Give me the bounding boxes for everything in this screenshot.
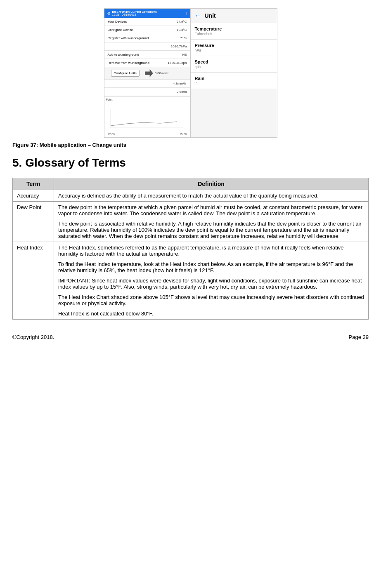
definition-heat-index: The Heat Index, sometimes referred to as… <box>54 242 369 320</box>
figure-caption: Figure 37: Mobile application – Change u… <box>12 142 369 148</box>
menu-value: 19.3°C <box>177 28 187 32</box>
phone-left-header: ⚙ IU5E7FU410: Current Conditions 15:33 0… <box>104 9 190 18</box>
section-heading: 5. Glossary of Terms <box>12 156 369 169</box>
menu-label: Remove from wunderground <box>108 61 149 65</box>
definition-heat-index-p3: IMPORTANT: Since heat index values were … <box>58 278 364 290</box>
chart-x-label-start: 12:00 <box>108 133 115 136</box>
phone-right: ← Unit Temperature Fahrenheit Pressure h… <box>191 9 277 137</box>
definition-heat-index-p1: The Heat Index, sometimes referred to as… <box>58 245 364 257</box>
phone-left: ⚙ IU5E7FU410: Current Conditions 15:33 0… <box>104 9 191 137</box>
menu-item-your-devices[interactable]: Your Devices 24.9°C <box>104 18 190 26</box>
back-arrow-icon[interactable]: ← <box>195 12 201 19</box>
term-heat-index: Heat Index <box>13 242 54 320</box>
definition-heat-index-p4: The Heat Index Chart shaded zone above 1… <box>58 294 364 306</box>
setting-speed[interactable]: Speed kph <box>191 56 277 73</box>
table-header-definition: Definition <box>54 178 369 190</box>
gear-icon: ⚙ <box>107 11 111 16</box>
chart-area: Point 12:00 15:00 <box>104 96 190 137</box>
menu-label: Register with wunderground <box>108 36 149 40</box>
chart-x-label-end: 15:00 <box>180 133 187 136</box>
table-row: Heat Index The Heat Index, sometimes ref… <box>13 242 369 320</box>
screenshot-container: ⚙ IU5E7FU410: Current Conditions 15:33 0… <box>104 8 277 138</box>
arrow-right-icon <box>145 69 153 78</box>
table-row: Dew Point The dew point is the temperatu… <box>13 202 369 242</box>
menu-item-rain: 0.8mm <box>104 88 190 96</box>
definition-accuracy-p1: Accuracy is defined as the ability of a … <box>58 193 364 199</box>
menu-label: Configure Device <box>108 28 133 32</box>
unit-title: Unit <box>205 12 216 19</box>
configure-units-button[interactable]: Configure Units <box>111 70 140 77</box>
setting-temperature[interactable]: Temperature Fahrenheit <box>191 23 277 40</box>
section-number: 5. <box>12 156 22 169</box>
definition-dewpoint-p2: The dew point is associated with relativ… <box>58 221 364 239</box>
header-title-area: ⚙ IU5E7FU410: Current Conditions 15:33 0… <box>107 10 157 16</box>
setting-value: kph <box>195 65 273 69</box>
definition-heat-index-p2: To find the Heat Index temperature, look… <box>58 261 364 273</box>
setting-value: Fahrenheit <box>195 32 273 36</box>
definition-accuracy: Accuracy is defined as the ability of a … <box>54 190 369 202</box>
configure-units-row[interactable]: Configure Units 0.00w/m² <box>104 67 190 80</box>
chart-y-label: Point <box>106 98 189 101</box>
menu-value: NE <box>182 53 187 56</box>
menu-value: 1010.7hPa <box>171 45 187 48</box>
definition-dewpoint: The dew point is the temperature at whic… <box>54 202 369 242</box>
footer: ©Copyright 2018. Page 29 <box>12 332 369 340</box>
unit-header: ← Unit <box>191 9 277 23</box>
menu-value: 4.8mm/hr <box>173 82 187 85</box>
definition-heat-index-p5: Heat Index is not calculated below 80°F. <box>58 310 364 317</box>
menu-item-pressure: 1010.7hPa <box>104 42 190 51</box>
menu-value: 24.9°C <box>177 20 187 24</box>
setting-name: Speed <box>195 59 273 64</box>
datetime-label: 15:33 04/18/2018 <box>112 13 157 16</box>
more-icon[interactable]: ⋮ <box>185 12 188 15</box>
table-row: Accuracy Accuracy is defined as the abil… <box>13 190 369 202</box>
setting-value: in <box>195 81 273 85</box>
menu-item-remove-wunderground[interactable]: Remove from wunderground 17.2/18.3kph <box>104 59 190 67</box>
definition-dewpoint-p1: The dew point is the temperature at whic… <box>58 204 364 216</box>
chart-svg <box>106 105 187 130</box>
term-accuracy: Accuracy <box>13 190 54 202</box>
menu-item-rain-rate: 4.8mm/hr <box>104 80 190 88</box>
page-number: Page 29 <box>349 334 369 340</box>
menu-label: Add to wunderground <box>108 53 140 56</box>
copyright: ©Copyright 2018. <box>12 334 54 340</box>
solar-value: 0.00w/m² <box>155 71 168 75</box>
setting-pressure[interactable]: Pressure hPa <box>191 40 277 56</box>
table-header-term: Term <box>13 178 54 190</box>
setting-name: Temperature <box>195 26 273 31</box>
menu-item-add-wunderground[interactable]: Add to wunderground NE <box>104 51 190 59</box>
menu-value: 71% <box>180 36 187 40</box>
menu-label: Your Devices <box>108 20 127 24</box>
chart-x-labels: 12:00 15:00 <box>108 133 187 136</box>
station-label: IU5E7FU410: Current Conditions <box>112 10 157 13</box>
menu-value: 0.8mm <box>177 90 187 94</box>
glossary-table: Term Definition Accuracy Accuracy is def… <box>12 178 369 320</box>
setting-name: Pressure <box>195 43 273 48</box>
section-title: Glossary of Terms <box>25 156 126 169</box>
setting-name: Rain <box>195 76 273 81</box>
term-dewpoint: Dew Point <box>13 202 54 242</box>
setting-rain[interactable]: Rain in <box>191 73 277 89</box>
menu-value: 17.2/18.3kph <box>168 61 187 65</box>
menu-item-configure-device[interactable]: Configure Device 19.3°C <box>104 26 190 34</box>
setting-value: hPa <box>195 48 273 52</box>
menu-item-register[interactable]: Register with wunderground 71% <box>104 34 190 42</box>
